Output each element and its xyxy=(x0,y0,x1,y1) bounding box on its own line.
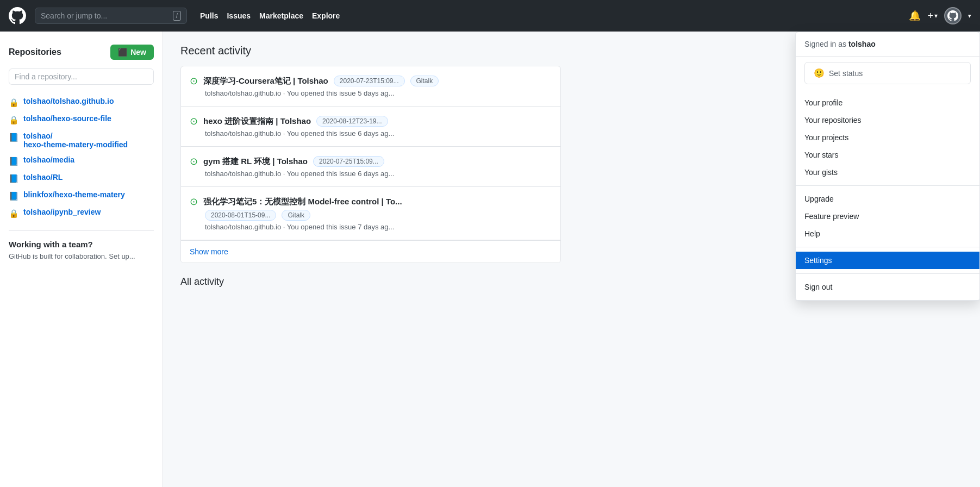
activity-meta: tolshao/tolshao.github.io · You opened t… xyxy=(205,89,552,97)
lock-icon: 🔒 xyxy=(9,98,19,108)
help-link[interactable]: Help xyxy=(796,225,979,242)
sidebar-header: Repositories ⬛ New xyxy=(9,45,154,60)
find-repo-input[interactable] xyxy=(9,68,154,85)
activity-item: ⊙ 强化学习笔记5：无模型控制 Model-free control | To.… xyxy=(181,187,560,240)
navbar: Search or jump to... / Pulls Issues Mark… xyxy=(0,0,980,32)
new-repo-icon: ⬛ xyxy=(118,48,127,57)
activity-meta: tolshao/tolshao.github.io · You opened t… xyxy=(205,170,552,178)
navbar-explore-link[interactable]: Explore xyxy=(312,11,340,20)
repo-link[interactable]: tolshao/hexo-source-file xyxy=(23,114,111,123)
dropdown-settings-section: Settings xyxy=(796,247,979,274)
lock-icon: 🔒 xyxy=(9,209,19,218)
activity-item: ⊙ hexo 进阶设置指南 | Tolshao 2020-08-12T23-19… xyxy=(181,107,560,147)
repo-link[interactable]: tolshao/RL xyxy=(23,173,63,182)
navbar-links: Pulls Issues Marketplace Explore xyxy=(200,11,340,20)
issue-open-icon: ⊙ xyxy=(190,115,198,127)
your-repositories-link[interactable]: Your repositories xyxy=(796,111,979,129)
your-stars-link[interactable]: Your stars xyxy=(796,146,979,164)
list-item: 📘 blinkfox/hexo-theme-matery xyxy=(9,187,154,204)
activity-header: ⊙ 深度学习-Coursera笔记 | Tolshao 2020-07-23T1… xyxy=(190,75,552,87)
create-menu-button[interactable]: + ▾ xyxy=(927,10,938,22)
activity-title: 深度学习-Coursera笔记 | Tolshao xyxy=(203,76,328,86)
book-icon: 📘 xyxy=(9,133,19,142)
set-status-button[interactable]: 🙂 Set status xyxy=(804,62,971,84)
repo-link[interactable]: blinkfox/hexo-theme-matery xyxy=(23,190,125,199)
activity-meta: tolshao/tolshao.github.io · You opened t… xyxy=(205,223,552,231)
dropdown-signed-in-header: Signed in as tolshao xyxy=(796,32,979,57)
activity-timestamp: 2020-07-25T15:09... xyxy=(313,156,384,167)
activity-header: ⊙ hexo 进阶设置指南 | Tolshao 2020-08-12T23-19… xyxy=(190,115,552,127)
slash-kbd: / xyxy=(173,11,181,21)
list-item: 📘 tolshao/hexo-theme-matery-modified xyxy=(9,128,154,152)
settings-link[interactable]: Settings xyxy=(796,252,979,269)
set-status-label: Set status xyxy=(829,69,863,78)
activity-feed: ⊙ 深度学习-Coursera笔记 | Tolshao 2020-07-23T1… xyxy=(180,66,561,263)
avatar-chevron-icon: ▾ xyxy=(968,13,971,20)
lock-icon: 🔒 xyxy=(9,115,19,125)
your-projects-link[interactable]: Your projects xyxy=(796,129,979,146)
plus-icon: + xyxy=(927,10,933,22)
activity-tag-gitalk: Gitalk xyxy=(410,76,439,86)
dropdown-misc-section: Upgrade Feature preview Help xyxy=(796,186,979,247)
new-repo-label: New xyxy=(130,48,146,57)
chevron-down-icon: ▾ xyxy=(934,12,938,20)
show-more-button[interactable]: Show more xyxy=(181,240,560,263)
navbar-marketplace-link[interactable]: Marketplace xyxy=(259,11,303,20)
repo-link[interactable]: tolshao/tolshao.github.io xyxy=(23,97,114,105)
repo-link[interactable]: tolshao/ipynb_review xyxy=(23,208,101,216)
upgrade-link[interactable]: Upgrade xyxy=(796,190,979,208)
list-item: 🔒 tolshao/ipynb_review xyxy=(9,204,154,222)
issue-open-icon: ⊙ xyxy=(190,196,198,208)
team-desc: GitHub is built for collaboration. Set u… xyxy=(9,252,154,260)
activity-timestamp-2: 2020-08-01T15-09... xyxy=(205,210,276,221)
user-dropdown-menu: Signed in as tolshao 🙂 Set status Your p… xyxy=(795,32,980,301)
search-placeholder-text: Search or jump to... xyxy=(41,11,107,20)
repo-link[interactable]: tolshao/media xyxy=(23,155,74,164)
notifications-button[interactable]: 🔔 xyxy=(909,10,921,22)
sidebar-divider xyxy=(9,230,154,231)
repositories-title: Repositories xyxy=(9,47,61,57)
sidebar: Repositories ⬛ New 🔒 tolshao/tolshao.git… xyxy=(0,32,163,487)
dropdown-username: tolshao xyxy=(848,40,876,48)
bell-icon: 🔔 xyxy=(909,10,921,22)
activity-title: 强化学习笔记5：无模型控制 Model-free control | To... xyxy=(203,197,402,207)
activity-meta: tolshao/tolshao.github.io · You opened t… xyxy=(205,129,552,138)
issue-open-icon: ⊙ xyxy=(190,155,198,167)
book-icon: 📘 xyxy=(9,174,19,184)
github-logo[interactable] xyxy=(9,7,26,24)
activity-title: hexo 进阶设置指南 | Tolshao xyxy=(203,116,311,127)
sign-out-link[interactable]: Sign out xyxy=(796,278,979,296)
activity-timestamp: 2020-07-23T15:09... xyxy=(334,76,405,86)
dropdown-signout-section: Sign out xyxy=(796,274,979,301)
list-item: 📘 tolshao/RL xyxy=(9,170,154,187)
list-item: 🔒 tolshao/hexo-source-file xyxy=(9,111,154,128)
repo-link[interactable]: tolshao/hexo-theme-matery-modified xyxy=(23,132,128,149)
activity-tag-gitalk-2: Gitalk xyxy=(282,210,310,221)
smiley-icon: 🙂 xyxy=(814,68,825,78)
book-icon: 📘 xyxy=(9,191,19,201)
team-title: Working with a team? xyxy=(9,240,154,249)
activity-header: ⊙ gym 搭建 RL 环境 | Tolshao 2020-07-25T15:0… xyxy=(190,155,552,167)
activity-timestamp: 2020-08-12T23-19... xyxy=(316,116,388,127)
navbar-right: 🔔 + ▾ ▾ xyxy=(909,7,971,24)
new-repo-button[interactable]: ⬛ New xyxy=(110,45,154,60)
activity-item: ⊙ 深度学习-Coursera笔记 | Tolshao 2020-07-23T1… xyxy=(181,66,560,107)
navbar-pulls-link[interactable]: Pulls xyxy=(200,11,218,20)
activity-header: ⊙ 强化学习笔记5：无模型控制 Model-free control | To.… xyxy=(190,196,552,208)
list-item: 📘 tolshao/media xyxy=(9,152,154,170)
user-avatar-button[interactable] xyxy=(944,7,962,24)
repository-list: 🔒 tolshao/tolshao.github.io 🔒 tolshao/he… xyxy=(9,93,154,222)
book-icon: 📘 xyxy=(9,157,19,166)
navbar-issues-link[interactable]: Issues xyxy=(227,11,251,20)
your-profile-link[interactable]: Your profile xyxy=(796,94,979,111)
activity-item: ⊙ gym 搭建 RL 环境 | Tolshao 2020-07-25T15:0… xyxy=(181,147,560,187)
your-gists-link[interactable]: Your gists xyxy=(796,164,979,181)
search-bar[interactable]: Search or jump to... / xyxy=(35,8,187,24)
activity-title: gym 搭建 RL 环境 | Tolshao xyxy=(203,157,308,167)
list-item: 🔒 tolshao/tolshao.github.io xyxy=(9,93,154,111)
dropdown-profile-section: Your profile Your repositories Your proj… xyxy=(796,90,979,186)
activity-tags-row: 2020-08-01T15-09... Gitalk xyxy=(205,210,552,221)
feature-preview-link[interactable]: Feature preview xyxy=(796,208,979,225)
issue-open-icon: ⊙ xyxy=(190,75,198,87)
